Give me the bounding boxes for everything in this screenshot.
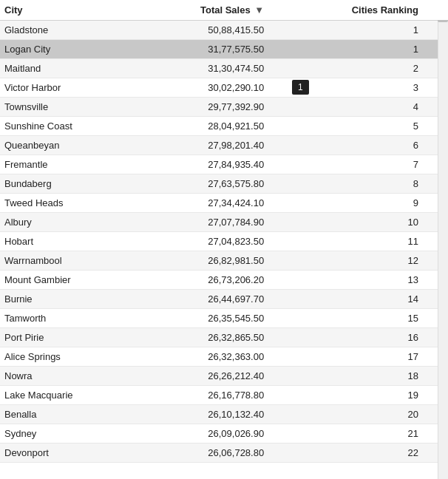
col-header-cities-ranking-label: Cities Ranking: [352, 4, 418, 16]
col-header-city[interactable]: City: [0, 0, 139, 21]
cell-ranking: 20: [270, 405, 448, 424]
cell-city: Warrnambool: [0, 251, 139, 271]
cell-city: Port Pirie: [0, 328, 139, 347]
cell-ranking: 19: [270, 386, 448, 405]
table-row[interactable]: Maitland31,30,474.502: [0, 59, 448, 78]
cell-total-sales: 29,77,392.90: [139, 98, 270, 117]
cell-city: Lake Macquarie: [0, 386, 139, 405]
table-row[interactable]: Townsville29,77,392.904: [0, 98, 448, 117]
table-row[interactable]: Tweed Heads27,34,424.109: [0, 194, 448, 213]
table-row[interactable]: Tamworth26,35,545.5015: [0, 309, 448, 328]
table-row[interactable]: Burnie26,44,697.7014: [0, 290, 448, 309]
cell-total-sales: 26,35,545.50: [139, 309, 270, 328]
cell-ranking: 10: [270, 213, 448, 232]
cell-ranking: 9: [270, 194, 448, 213]
table-row[interactable]: Hobart27,04,823.5011: [0, 232, 448, 251]
cell-total-sales: 27,84,935.40: [139, 155, 270, 174]
table-row[interactable]: Nowra26,26,212.4018: [0, 367, 448, 386]
table-row[interactable]: Gladstone50,88,415.501: [0, 21, 448, 40]
cell-total-sales: 26,82,981.50: [139, 251, 270, 271]
cell-total-sales: 27,98,201.40: [139, 136, 270, 155]
cell-city: Fremantle: [0, 155, 139, 174]
cell-city: Sunshine Coast: [0, 117, 139, 136]
cell-total-sales: 28,04,921.50: [139, 117, 270, 136]
cell-total-sales: 26,32,363.00: [139, 347, 270, 367]
table-row[interactable]: Sunshine Coast28,04,921.505: [0, 117, 448, 136]
cell-city: Sydney: [0, 424, 139, 444]
table-row[interactable]: Alice Springs26,32,363.0017: [0, 347, 448, 367]
cell-total-sales: 31,30,474.50: [139, 59, 270, 78]
table-row[interactable]: Logan City31,77,575.501: [0, 40, 448, 59]
cell-city: Nowra: [0, 367, 139, 386]
cell-city: Mount Gambier: [0, 271, 139, 290]
table-row[interactable]: Fremantle27,84,935.407: [0, 155, 448, 174]
cell-city: Albury: [0, 213, 139, 232]
cell-ranking: 12: [270, 251, 448, 271]
col-header-total-sales[interactable]: Total Sales ▼: [139, 0, 270, 21]
cell-total-sales: 31,77,575.50: [139, 40, 270, 59]
cell-ranking: 17: [270, 347, 448, 367]
cell-total-sales: 26,16,778.80: [139, 386, 270, 405]
table-row[interactable]: Port Pirie26,32,865.5016: [0, 328, 448, 347]
cell-total-sales: 26,10,132.40: [139, 405, 270, 424]
table-row[interactable]: Bundaberg27,63,575.808: [0, 174, 448, 194]
cell-city: Tweed Heads: [0, 194, 139, 213]
cell-city: Alice Springs: [0, 347, 139, 367]
cell-ranking: 13: [270, 271, 448, 290]
table-header-row: City Total Sales ▼ Cities Ranking: [0, 0, 448, 21]
cell-total-sales: 26,73,206.20: [139, 271, 270, 290]
cell-city: Bundaberg: [0, 174, 139, 194]
cell-ranking: 2: [270, 59, 448, 78]
table-row[interactable]: Warrnambool26,82,981.5012: [0, 251, 448, 271]
cell-total-sales: 27,63,575.80: [139, 174, 270, 194]
cell-city: Logan City: [0, 40, 139, 59]
cell-ranking: 4: [270, 98, 448, 117]
cell-ranking: 8: [270, 174, 448, 194]
cell-total-sales: 27,07,784.90: [139, 213, 270, 232]
cell-ranking: 18: [270, 367, 448, 386]
table-row[interactable]: Lake Macquarie26,16,778.8019: [0, 386, 448, 405]
cell-ranking: 1: [270, 21, 448, 40]
cell-total-sales: 26,32,865.50: [139, 328, 270, 347]
cell-city: Tamworth: [0, 309, 139, 328]
cell-ranking: 14: [270, 290, 448, 309]
table-row[interactable]: Queanbeyan27,98,201.406: [0, 136, 448, 155]
cell-ranking: 21: [270, 424, 448, 444]
sort-desc-icon: ▼: [254, 4, 264, 16]
table-row[interactable]: Sydney26,09,026.9021: [0, 424, 448, 444]
col-header-city-label: City: [4, 4, 23, 16]
col-header-total-sales-label: Total Sales: [200, 4, 251, 16]
tooltip-popup: 1: [292, 80, 309, 95]
cell-total-sales: 27,04,823.50: [139, 232, 270, 251]
cell-ranking: 1: [270, 40, 448, 59]
cell-city: Burnie: [0, 290, 139, 309]
col-header-cities-ranking[interactable]: Cities Ranking: [270, 0, 448, 21]
cell-city: Hobart: [0, 232, 139, 251]
cell-total-sales: 50,88,415.50: [139, 21, 270, 40]
cell-ranking: 22: [270, 444, 448, 463]
cell-ranking: 11: [270, 232, 448, 251]
cell-city: Devonport: [0, 444, 139, 463]
data-table[interactable]: City Total Sales ▼ Cities Ranking Gladst…: [0, 0, 448, 479]
table-row[interactable]: Mount Gambier26,73,206.2013: [0, 271, 448, 290]
cell-total-sales: 26,09,026.90: [139, 424, 270, 444]
cell-ranking: 7: [270, 155, 448, 174]
cell-ranking: 16: [270, 328, 448, 347]
table-row[interactable]: Benalla26,10,132.4020: [0, 405, 448, 424]
cell-city: Maitland: [0, 59, 139, 78]
table-row[interactable]: Devonport26,06,728.8022: [0, 444, 448, 463]
cell-ranking: 6: [270, 136, 448, 155]
cell-total-sales: 26,44,697.70: [139, 290, 270, 309]
cell-total-sales: 30,02,290.10: [139, 78, 270, 98]
cell-total-sales: 26,26,212.40: [139, 367, 270, 386]
cell-city: Gladstone: [0, 21, 139, 40]
cell-city: Victor Harbor: [0, 78, 139, 98]
cell-total-sales: 26,06,728.80: [139, 444, 270, 463]
cell-city: Townsville: [0, 98, 139, 117]
scrollbar-track[interactable]: [438, 0, 448, 479]
cell-city: Queanbeyan: [0, 136, 139, 155]
table-row[interactable]: Victor Harbor30,02,290.103: [0, 78, 448, 98]
cell-ranking: 15: [270, 309, 448, 328]
table-row[interactable]: Albury27,07,784.9010: [0, 213, 448, 232]
cell-total-sales: 27,34,424.10: [139, 194, 270, 213]
